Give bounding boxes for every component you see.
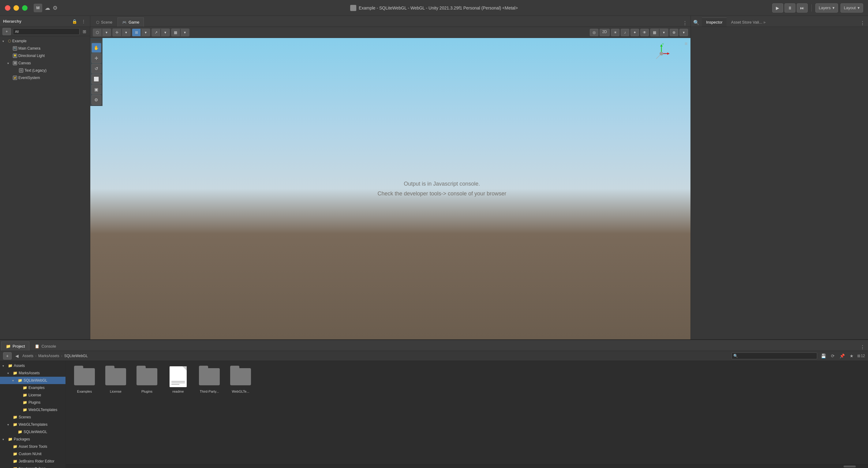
file-item-readme[interactable]: readme (164, 366, 192, 393)
minimize-button[interactable] (13, 5, 19, 11)
hierarchy-item-eventsystem[interactable]: ⚡ EventSystem (0, 74, 90, 82)
project-star-btn[interactable]: ★ (848, 353, 855, 359)
tool-effects[interactable]: ✦ (630, 29, 639, 36)
tab-more-btn[interactable]: ⋮ (681, 20, 689, 27)
tab-inspector[interactable]: Inspector (702, 18, 726, 27)
tree-license[interactable]: 📁 License (0, 391, 65, 399)
tool-aspect-dd[interactable]: ▾ (659, 29, 668, 36)
file-item-thirdparty[interactable]: Third-Party... (195, 366, 223, 393)
aspect-tools: ▦ ▾ (650, 28, 669, 36)
layers-dropdown[interactable]: Layers ▾ (815, 3, 838, 12)
scrollbar-thumb[interactable] (843, 466, 856, 467)
tree-assetstoretools[interactable]: 📁 Asset Store Tools (0, 443, 65, 450)
viewport-menu-btn[interactable]: ≡ (685, 41, 687, 47)
tree-examples[interactable]: 📁 Examples (0, 384, 65, 391)
tree-webgltemplates[interactable]: ▾ 📁 WebGLTemplates (0, 421, 65, 428)
tree-marksassets[interactable]: ▾ 📁 MarksAssets (0, 370, 65, 377)
tab-project[interactable]: 📁 Project (1, 342, 29, 351)
project-search-input[interactable] (732, 353, 817, 359)
file-item-license[interactable]: License (102, 366, 129, 393)
folder-icon-plugins (136, 368, 157, 385)
bottom-scrollbar[interactable] (66, 464, 868, 468)
tool-light[interactable]: ☀ (611, 29, 619, 36)
hierarchy-item-dirlight[interactable]: 💡 Directional Light (0, 52, 90, 59)
project-save-btn[interactable]: 💾 (819, 353, 827, 359)
account-btn[interactable]: M (34, 4, 42, 12)
cloud-icon[interactable]: ☁ (45, 5, 50, 11)
hierarchy-item-maincamera[interactable]: 📷 Main Camera (0, 45, 90, 52)
file-item-plugins[interactable]: Plugins (133, 366, 161, 393)
project-sync-btn[interactable]: ⟳ (830, 353, 836, 359)
strip-move[interactable]: ✛ (92, 53, 101, 63)
tool-move-dd[interactable]: ▾ (122, 29, 130, 36)
tool-move[interactable]: ✛ (113, 29, 121, 36)
strip-scale[interactable]: ⬜ (92, 74, 101, 84)
strip-custom[interactable]: ⚙ (92, 95, 101, 105)
breadcrumb-assets[interactable]: Assets (22, 354, 33, 358)
tool-snap-dd[interactable]: ▾ (161, 29, 169, 36)
tool-gizmo-dd[interactable]: ▾ (679, 29, 688, 36)
scene-viewport[interactable]: ✋ ✛ ↺ ⬜ ▣ ⚙ Output is in Javascript cons… (90, 38, 690, 339)
tool-select[interactable]: ⬡ (93, 29, 102, 36)
tree-webgltemplates-label: WebGLTemplates (19, 422, 48, 427)
tree-sqlitewebgl2[interactable]: 📁 SQLiteWebGL (0, 428, 65, 436)
tree-newtonsoft[interactable]: ▾ 📁 Newtonsoft Json (0, 465, 65, 468)
assetstore-tab-arrow[interactable]: ▶ (764, 21, 766, 24)
settings-icon[interactable]: ⚙ (53, 5, 58, 11)
hierarchy-add-btn[interactable]: + (2, 28, 11, 35)
bottom-more-btn[interactable]: ⋮ (858, 344, 867, 351)
layout-dropdown[interactable]: Layout ▾ (840, 3, 863, 12)
tab-scene[interactable]: ⬡ Scene (92, 18, 117, 27)
hierarchy-label-canvas: Canvas (18, 61, 31, 65)
tool-dropdown[interactable]: ▾ (102, 29, 111, 36)
project-add-btn[interactable]: + (3, 352, 12, 359)
inspector-search-btn[interactable]: 🔍 (692, 18, 701, 27)
tool-grid[interactable]: ⊞ (132, 29, 141, 36)
hierarchy-search[interactable] (13, 28, 80, 35)
project-nav-back[interactable]: ◀ (14, 353, 20, 359)
titlebar: M ☁ ⚙ Example - SQLiteWebGL - WebGL - Un… (0, 0, 868, 16)
tool-vis-dd[interactable]: ▾ (181, 29, 189, 36)
traffic-lights (5, 5, 28, 11)
tab-assetstore[interactable]: Asset Store Vali... ▶ (726, 18, 770, 27)
file-icon-wrap-license (105, 366, 127, 388)
tool-audio[interactable]: ♪ (621, 29, 629, 36)
file-item-webglte[interactable]: WebGLTe... (227, 366, 254, 393)
tree-packages[interactable]: ▾ 📁 Packages (0, 436, 65, 443)
tree-plugins[interactable]: 📁 Plugins (0, 399, 65, 406)
hierarchy-item-canvas[interactable]: ▾ 🖼 Canvas (0, 59, 90, 67)
hierarchy-item-example[interactable]: ▾ ⬡ Example (0, 37, 90, 45)
hierarchy-item-textlegacy[interactable]: T Text (Legacy) (0, 67, 90, 74)
tool-vis[interactable]: ▦ (172, 29, 180, 36)
fullscreen-button[interactable] (22, 5, 28, 11)
tree-assets[interactable]: ▾ 📁 Assets (0, 362, 65, 370)
tool-aspect[interactable]: ▦ (650, 29, 659, 36)
btn-2d[interactable]: 2D (599, 29, 610, 36)
step-button[interactable]: ⏭ (797, 3, 808, 12)
inspector-more-btn[interactable]: ⋮ (858, 20, 867, 27)
pause-button[interactable]: ⏸ (784, 3, 796, 12)
hierarchy-more-btn[interactable]: ⋮ (80, 19, 87, 25)
tool-grid-dd[interactable]: ▾ (142, 29, 150, 36)
tree-scenes[interactable]: 📁 Scenes (0, 413, 65, 421)
tool-snap[interactable]: ↗ (152, 29, 160, 36)
tree-jetbrains[interactable]: 📁 JetBrains Rider Editor (0, 458, 65, 465)
project-pin-btn[interactable]: 📌 (838, 353, 846, 359)
strip-hand[interactable]: ✋ (92, 43, 101, 53)
tree-webgltemplates-sub[interactable]: 📁 WebGLTemplates (0, 406, 65, 413)
strip-rect[interactable]: ▣ (92, 85, 101, 94)
play-button[interactable]: ▶ (772, 3, 783, 12)
tool-gizmo[interactable]: ⊕ (670, 29, 678, 36)
strip-rotate[interactable]: ↺ (92, 64, 101, 74)
hierarchy-filter-btn[interactable]: ⊞ (82, 28, 88, 35)
tool-persp[interactable]: ◎ (590, 29, 598, 36)
breadcrumb-marksassets[interactable]: MarksAssets (38, 354, 59, 358)
tool-hidden[interactable]: 👁 (640, 29, 649, 36)
tab-console[interactable]: 📋 Console (30, 342, 61, 351)
close-button[interactable] (5, 5, 10, 11)
tab-game[interactable]: 🎮 Game (118, 18, 144, 27)
tree-sqlitewebgl[interactable]: ▾ 📁 SQLiteWebGL (0, 377, 65, 384)
tree-customnunit[interactable]: 📁 Custom NUnit (0, 450, 65, 458)
file-item-examples[interactable]: Examples (71, 366, 98, 393)
hierarchy-lock-btn[interactable]: 🔒 (71, 19, 79, 25)
